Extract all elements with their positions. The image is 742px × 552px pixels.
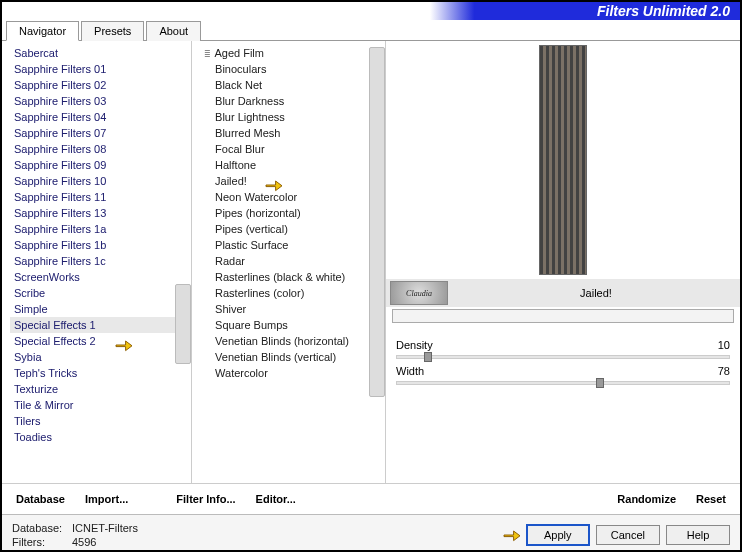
filter-info-button[interactable]: Filter Info... (170, 490, 241, 508)
category-item[interactable]: Special Effects 1 (10, 317, 191, 333)
category-item[interactable]: ScreenWorks (10, 269, 191, 285)
param-slider[interactable] (396, 381, 730, 385)
filter-item-label: Plastic Surface (212, 239, 288, 251)
preview-image (539, 45, 587, 275)
filter-item[interactable]: Blur Lightness (200, 109, 385, 125)
footer-info: Database:ICNET-Filters Filters:4596 (12, 521, 138, 549)
filter-item[interactable]: Square Bumps (200, 317, 385, 333)
category-pane: SabercatSapphire Filters 01Sapphire Filt… (2, 41, 192, 483)
toolbar: Database Import... Filter Info... Editor… (2, 483, 740, 514)
category-item[interactable]: Sapphire Filters 08 (10, 141, 191, 157)
filter-item-label: Rasterlines (black & white) (212, 271, 345, 283)
tab-about[interactable]: About (146, 21, 201, 41)
filter-item[interactable]: Shiver (200, 301, 385, 317)
parameters-panel: Density10Width78 (386, 329, 740, 397)
filter-item[interactable]: Venetian Blinds (horizontal) (200, 333, 385, 349)
slider-thumb[interactable] (424, 352, 432, 362)
import-button[interactable]: Import... (79, 490, 134, 508)
category-item[interactable]: Sapphire Filters 13 (10, 205, 191, 221)
category-list[interactable]: SabercatSapphire Filters 01Sapphire Filt… (2, 41, 191, 483)
filter-item-label: Halftone (212, 159, 256, 171)
slider-thumb[interactable] (596, 378, 604, 388)
category-item[interactable]: Toadies (10, 429, 191, 445)
filter-item[interactable]: Focal Blur (200, 141, 385, 157)
filter-item-label: Watercolor (212, 367, 268, 379)
filter-item[interactable]: Jailed! (200, 173, 385, 189)
param-name: Density (396, 339, 433, 351)
filter-item[interactable]: Blurred Mesh (200, 125, 385, 141)
help-button[interactable]: Help (666, 525, 730, 545)
filter-item[interactable]: Blur Darkness (200, 93, 385, 109)
tab-strip: Navigator Presets About (2, 20, 740, 41)
filter-item[interactable]: Rasterlines (color) (200, 285, 385, 301)
filter-item-label: Shiver (212, 303, 246, 315)
scrollbar-thumb[interactable] (369, 47, 385, 397)
filter-item[interactable]: Pipes (vertical) (200, 221, 385, 237)
filter-item-label: Rasterlines (color) (212, 287, 304, 299)
watermark-badge: Claudia (390, 281, 448, 305)
cancel-button[interactable]: Cancel (596, 525, 660, 545)
preview-pane: Claudia Jailed! Density10Width78 (386, 41, 740, 483)
filter-item[interactable]: Venetian Blinds (vertical) (200, 349, 385, 365)
category-item[interactable]: Sapphire Filters 03 (10, 93, 191, 109)
filter-item[interactable]: Neon Watercolor (200, 189, 385, 205)
filter-list[interactable]: ≣ Aged Film Binoculars Black Net Blur Da… (192, 41, 385, 483)
database-button[interactable]: Database (10, 490, 71, 508)
filter-item-label: Blur Lightness (212, 111, 285, 123)
filter-item-label: Pipes (vertical) (212, 223, 288, 235)
category-item[interactable]: Sapphire Filters 01 (10, 61, 191, 77)
category-item[interactable]: Scribe (10, 285, 191, 301)
tab-navigator[interactable]: Navigator (6, 21, 79, 41)
editor-button[interactable]: Editor... (250, 490, 302, 508)
filters-value: 4596 (72, 536, 96, 548)
category-item[interactable]: Sapphire Filters 1b (10, 237, 191, 253)
apply-button[interactable]: Apply (526, 524, 590, 546)
category-item[interactable]: Sapphire Filters 09 (10, 157, 191, 173)
filter-item[interactable]: Pipes (horizontal) (200, 205, 385, 221)
randomize-button[interactable]: Randomize (611, 490, 682, 508)
filter-item[interactable]: ≣ Aged Film (200, 45, 385, 61)
title-bar: Filters Unlimited 2.0 (2, 2, 740, 20)
filter-item[interactable]: Rasterlines (black & white) (200, 269, 385, 285)
filter-item[interactable]: Binoculars (200, 61, 385, 77)
category-item[interactable]: Sapphire Filters 10 (10, 173, 191, 189)
category-item[interactable]: Special Effects 2 (10, 333, 191, 349)
filter-item-label: Neon Watercolor (212, 191, 297, 203)
filter-item[interactable]: Watercolor (200, 365, 385, 381)
filter-item-label: Venetian Blinds (vertical) (212, 351, 336, 363)
category-item[interactable]: Sapphire Filters 04 (10, 109, 191, 125)
category-item[interactable]: Sapphire Filters 02 (10, 77, 191, 93)
filter-item-label: Aged Film (212, 47, 264, 59)
category-item[interactable]: Tilers (10, 413, 191, 429)
category-item[interactable]: Simple (10, 301, 191, 317)
category-item[interactable]: Sapphire Filters 11 (10, 189, 191, 205)
filter-item[interactable]: Plastic Surface (200, 237, 385, 253)
param-slider[interactable] (396, 355, 730, 359)
category-item[interactable]: Teph's Tricks (10, 365, 191, 381)
category-item[interactable]: Sapphire Filters 07 (10, 125, 191, 141)
param-name: Width (396, 365, 424, 377)
content-area: SabercatSapphire Filters 01Sapphire Filt… (2, 41, 740, 483)
filter-item[interactable]: Black Net (200, 77, 385, 93)
category-item[interactable]: Tile & Mirror (10, 397, 191, 413)
filter-item-label: Square Bumps (212, 319, 288, 331)
category-item[interactable]: Sybia (10, 349, 191, 365)
filters-label: Filters: (12, 535, 72, 549)
preview-caption: Jailed! (452, 287, 740, 299)
scrollbar-thumb[interactable] (175, 284, 191, 364)
preview-area: Claudia Jailed! (386, 41, 740, 307)
filter-item[interactable]: Halftone (200, 157, 385, 173)
filter-item[interactable]: Radar (200, 253, 385, 269)
category-item[interactable]: Sapphire Filters 1c (10, 253, 191, 269)
db-label: Database: (12, 521, 72, 535)
filter-pane: ≣ Aged Film Binoculars Black Net Blur Da… (192, 41, 386, 483)
filter-item-label: Pipes (horizontal) (212, 207, 301, 219)
category-item[interactable]: Sapphire Filters 1a (10, 221, 191, 237)
reset-button[interactable]: Reset (690, 490, 732, 508)
progress-bar (392, 309, 734, 323)
category-item[interactable]: Texturize (10, 381, 191, 397)
app-title: Filters Unlimited 2.0 (597, 3, 730, 19)
category-item[interactable]: Sabercat (10, 45, 191, 61)
tab-presets[interactable]: Presets (81, 21, 144, 41)
filter-item-label: Venetian Blinds (horizontal) (212, 335, 349, 347)
